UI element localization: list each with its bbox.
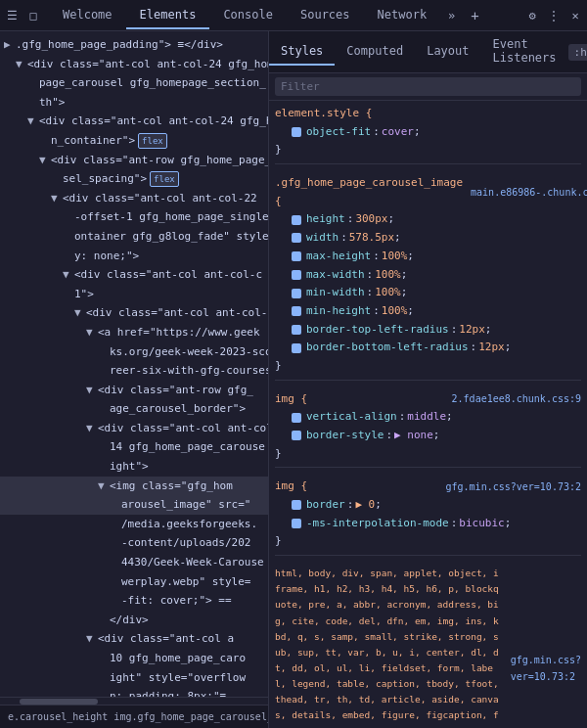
close-icon[interactable]: ✕ xyxy=(567,8,583,23)
tab-styles[interactable]: Styles xyxy=(269,38,335,66)
css-prop-name[interactable]: max-height xyxy=(306,248,371,266)
new-tab-icon[interactable]: + xyxy=(463,2,486,29)
css-source-link[interactable]: main.e86986-.chunk.css:1 xyxy=(471,184,587,201)
css-property-checkbox[interactable] xyxy=(291,430,302,441)
css-prop-value[interactable]: ▶ none xyxy=(394,427,433,445)
css-property-checkbox[interactable] xyxy=(291,342,302,354)
dom-line[interactable]: ks.org/geek-week-2023-sco xyxy=(0,342,268,362)
dom-line[interactable]: page_carousel gfg_homepage_section_ xyxy=(0,73,268,93)
dom-line[interactable]: ▼<div class="ant-col a xyxy=(0,629,268,649)
tab-elements[interactable]: Elements xyxy=(126,2,210,29)
css-prop-name[interactable]: width xyxy=(306,229,339,248)
dom-line[interactable]: ▶.gfg_home_page_padding"> ≡</div> xyxy=(0,35,268,55)
more-tabs-icon[interactable]: » xyxy=(440,3,463,28)
css-prop-value[interactable]: 300px xyxy=(355,210,387,229)
expand-triangle[interactable]: ▼ xyxy=(86,420,98,437)
horizontal-scrollbar[interactable] xyxy=(0,697,268,705)
expand-triangle[interactable]: ▼ xyxy=(63,266,74,284)
tab-welcome[interactable]: Welcome xyxy=(49,2,126,29)
tab-event-listeners[interactable]: Event Listeners xyxy=(481,31,568,72)
css-prop-value[interactable]: 100% xyxy=(375,266,401,285)
expand-triangle[interactable]: ▼ xyxy=(98,478,110,495)
css-prop-name[interactable]: height xyxy=(306,210,345,229)
dom-line[interactable]: th"> xyxy=(0,93,268,113)
dom-line[interactable]: werplay.webp" style= xyxy=(0,572,268,592)
expand-triangle[interactable]: ▼ xyxy=(27,113,39,130)
expand-triangle[interactable]: ▼ xyxy=(51,190,63,207)
dom-line[interactable]: 4430/Geek-Week-Carouse xyxy=(0,553,268,572)
tab-sources[interactable]: Sources xyxy=(287,2,364,29)
css-property-checkbox[interactable] xyxy=(291,305,302,317)
dom-line[interactable]: n_container">flex xyxy=(0,131,268,151)
css-property-checkbox[interactable] xyxy=(291,269,302,281)
dom-line[interactable]: ▼<div class="ant-row gfg_ xyxy=(0,381,268,400)
css-source-link[interactable]: 2.fdae1ee8.chunk.css:9 xyxy=(452,390,581,407)
expand-triangle[interactable]: ▼ xyxy=(39,152,51,169)
css-prop-name[interactable]: max-width xyxy=(306,266,365,285)
dom-line[interactable]: /media.geeksforgeeks. xyxy=(0,515,268,534)
dom-line[interactable]: -offset-1 gfg_home_page_single_ xyxy=(0,207,268,227)
device-icon[interactable]: □ xyxy=(25,8,41,23)
dom-line[interactable]: 10 gfg_home_page_caro xyxy=(0,649,268,668)
css-prop-value[interactable]: 100% xyxy=(382,302,408,321)
css-source-link[interactable]: gfg.min.css?ver=10.73:2 xyxy=(446,478,581,495)
css-property-checkbox[interactable] xyxy=(291,214,302,226)
tab-layout[interactable]: Layout xyxy=(415,38,480,66)
dom-line[interactable]: ight" style="overflow xyxy=(0,668,268,688)
scrollbar-thumb[interactable] xyxy=(20,699,98,705)
dom-line[interactable]: ▼<img class="gfg_hom xyxy=(0,477,268,496)
dom-line[interactable]: ▼<div class="ant-col ant-col- xyxy=(0,303,268,323)
css-prop-name[interactable]: -ms-interpolation-mode xyxy=(306,515,449,533)
css-property-checkbox[interactable] xyxy=(291,412,302,424)
filter-input[interactable] xyxy=(275,77,581,96)
css-prop-name[interactable]: border-style xyxy=(306,427,384,445)
css-property-checkbox[interactable] xyxy=(291,518,302,529)
dom-line[interactable]: ▼<a href="https://www.geek xyxy=(0,323,268,342)
expand-triangle[interactable]: ▼ xyxy=(86,382,98,399)
css-prop-value[interactable]: middle xyxy=(407,408,446,427)
tab-network[interactable]: Network xyxy=(364,2,441,29)
hov-button[interactable]: :hov xyxy=(568,44,587,61)
dom-line[interactable]: 1"> xyxy=(0,285,268,304)
elements-content[interactable]: ▶.gfg_home_page_padding"> ≡</div>▼<div c… xyxy=(0,31,268,697)
expand-triangle[interactable]: ▼ xyxy=(86,324,98,341)
css-prop-value[interactable]: cover xyxy=(382,123,414,142)
dom-line[interactable]: ▼<div class="ant-col ant-col-24 gfg_home… xyxy=(0,55,268,74)
css-property-checkbox[interactable] xyxy=(291,288,302,299)
dom-line[interactable]: ▼<div class="ant-col ant-col-22 xyxy=(0,189,268,208)
css-prop-name[interactable]: min-height xyxy=(306,302,371,321)
css-prop-value[interactable]: 100% xyxy=(382,248,408,266)
dom-line[interactable]: ▼<div class="ant-col ant-col-24 gfg_home… xyxy=(0,112,268,131)
dom-line[interactable]: arousel_image" src=" xyxy=(0,495,268,515)
css-prop-name[interactable]: min-width xyxy=(306,284,365,302)
css-prop-name[interactable]: object-fit xyxy=(306,123,371,142)
dom-line[interactable]: -fit: cover;"> == xyxy=(0,591,268,611)
css-prop-name[interactable]: border-bottom-left-radius xyxy=(306,339,469,357)
styles-content[interactable]: element.style {object-fit: cover;}.gfg_h… xyxy=(269,101,587,728)
css-prop-name[interactable]: border-top-left-radius xyxy=(306,321,449,340)
dom-line[interactable]: age_carousel_border"> xyxy=(0,399,268,419)
dom-line[interactable]: ontainer gfg_g8log_fade" style= xyxy=(0,227,268,247)
overflow-icon[interactable]: ⋮ xyxy=(546,8,562,23)
dom-line[interactable]: ▼<div class="ant-col ant-col-c xyxy=(0,419,268,438)
css-source-link[interactable]: gfg.min.css?ver=10.73:2 xyxy=(511,652,581,685)
dom-line[interactable]: </div> xyxy=(0,611,268,630)
inspect-icon[interactable]: ☰ xyxy=(4,8,20,23)
css-property-checkbox[interactable] xyxy=(291,324,302,336)
css-prop-value[interactable]: 12px xyxy=(459,321,485,340)
dom-line[interactable]: -content/uploads/202 xyxy=(0,533,268,553)
css-prop-value[interactable]: 12px xyxy=(478,339,505,357)
expand-triangle[interactable]: ▶ xyxy=(4,36,16,54)
css-prop-value[interactable]: 578.5px xyxy=(349,229,394,248)
settings-icon[interactable]: ⚙ xyxy=(524,8,540,23)
dom-line[interactable]: ight"> xyxy=(0,457,268,477)
css-prop-value[interactable]: 100% xyxy=(375,284,401,302)
css-property-checkbox[interactable] xyxy=(291,232,302,244)
css-property-checkbox[interactable] xyxy=(291,250,302,262)
dom-line[interactable]: 14 gfg_home_page_carouse xyxy=(0,437,268,457)
expand-triangle[interactable]: ▼ xyxy=(16,56,27,73)
dom-line[interactable]: ▼<div class="ant-col ant-col-c xyxy=(0,265,268,285)
expand-triangle[interactable]: ▼ xyxy=(86,630,98,648)
css-property-checkbox[interactable] xyxy=(291,126,302,138)
css-prop-value[interactable]: ▶ 0 xyxy=(355,496,375,515)
